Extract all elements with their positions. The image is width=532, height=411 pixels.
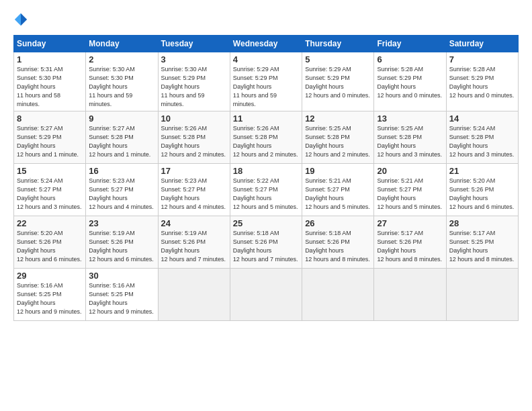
day-detail: Sunrise: 5:16 AMSunset: 5:25 PMDaylight … bbox=[89, 282, 154, 315]
calendar-cell: 5 Sunrise: 5:29 AMSunset: 5:29 PMDayligh… bbox=[302, 52, 374, 111]
day-detail: Sunrise: 5:20 AMSunset: 5:26 PMDaylight … bbox=[449, 177, 515, 210]
day-number: 15 bbox=[17, 166, 83, 176]
calendar-cell: 1 Sunrise: 5:31 AMSunset: 5:30 PMDayligh… bbox=[14, 52, 86, 111]
day-detail: Sunrise: 5:30 AMSunset: 5:30 PMDaylight … bbox=[89, 66, 135, 107]
day-detail: Sunrise: 5:20 AMSunset: 5:26 PMDaylight … bbox=[17, 230, 82, 263]
day-detail: Sunrise: 5:21 AMSunset: 5:27 PMDaylight … bbox=[305, 177, 370, 210]
day-number: 26 bbox=[305, 218, 371, 228]
day-detail: Sunrise: 5:26 AMSunset: 5:28 PMDaylight … bbox=[233, 125, 298, 158]
calendar-cell: 26 Sunrise: 5:18 AMSunset: 5:26 PMDaylig… bbox=[302, 216, 374, 269]
calendar-cell: 30 Sunrise: 5:16 AMSunset: 5:25 PMDaylig… bbox=[86, 269, 158, 321]
calendar-cell bbox=[446, 269, 518, 321]
calendar-cell: 13 Sunrise: 5:25 AMSunset: 5:28 PMDaylig… bbox=[374, 111, 446, 164]
logo bbox=[13, 12, 31, 27]
column-header-thursday: Thursday bbox=[302, 36, 374, 52]
calendar-cell: 25 Sunrise: 5:18 AMSunset: 5:26 PMDaylig… bbox=[230, 216, 302, 269]
day-number: 10 bbox=[161, 113, 227, 124]
day-number: 23 bbox=[89, 218, 154, 228]
day-detail: Sunrise: 5:19 AMSunset: 5:26 PMDaylight … bbox=[89, 230, 154, 263]
day-number: 13 bbox=[377, 113, 443, 124]
day-detail: Sunrise: 5:27 AMSunset: 5:29 PMDaylight … bbox=[17, 125, 79, 158]
calendar-cell: 27 Sunrise: 5:17 AMSunset: 5:26 PMDaylig… bbox=[374, 216, 446, 269]
day-number: 11 bbox=[233, 113, 299, 124]
day-detail: Sunrise: 5:18 AMSunset: 5:26 PMDaylight … bbox=[305, 230, 370, 263]
calendar-table: SundayMondayTuesdayWednesdayThursdayFrid… bbox=[13, 35, 519, 321]
svg-marker-0 bbox=[21, 13, 27, 26]
calendar-cell: 24 Sunrise: 5:19 AMSunset: 5:26 PMDaylig… bbox=[158, 216, 230, 269]
calendar-week-3: 15 Sunrise: 5:24 AMSunset: 5:27 PMDaylig… bbox=[14, 164, 519, 216]
day-detail: Sunrise: 5:17 AMSunset: 5:25 PMDaylight … bbox=[449, 230, 515, 263]
day-number: 12 bbox=[305, 113, 371, 124]
calendar-cell: 12 Sunrise: 5:25 AMSunset: 5:28 PMDaylig… bbox=[302, 111, 374, 164]
day-detail: Sunrise: 5:18 AMSunset: 5:26 PMDaylight … bbox=[233, 230, 298, 263]
calendar-week-5: 29 Sunrise: 5:16 AMSunset: 5:25 PMDaylig… bbox=[14, 269, 519, 321]
column-header-sunday: Sunday bbox=[14, 36, 86, 52]
day-number: 16 bbox=[89, 166, 154, 176]
day-number: 24 bbox=[161, 218, 227, 228]
logo-icon bbox=[13, 12, 28, 27]
day-detail: Sunrise: 5:24 AMSunset: 5:27 PMDaylight … bbox=[17, 177, 82, 210]
calendar-cell: 21 Sunrise: 5:20 AMSunset: 5:26 PMDaylig… bbox=[446, 164, 518, 216]
calendar-cell: 4 Sunrise: 5:29 AMSunset: 5:29 PMDayligh… bbox=[230, 52, 302, 111]
column-header-tuesday: Tuesday bbox=[158, 36, 230, 52]
calendar-week-2: 8 Sunrise: 5:27 AMSunset: 5:29 PMDayligh… bbox=[14, 111, 519, 164]
day-detail: Sunrise: 5:29 AMSunset: 5:29 PMDaylight … bbox=[233, 66, 279, 107]
calendar-cell: 3 Sunrise: 5:30 AMSunset: 5:29 PMDayligh… bbox=[158, 52, 230, 111]
day-number: 28 bbox=[449, 218, 515, 228]
day-number: 3 bbox=[161, 54, 227, 64]
day-number: 29 bbox=[17, 271, 83, 281]
calendar-cell bbox=[158, 269, 230, 321]
day-detail: Sunrise: 5:25 AMSunset: 5:28 PMDaylight … bbox=[377, 125, 442, 158]
day-number: 1 bbox=[17, 54, 83, 64]
calendar-cell bbox=[302, 269, 374, 321]
day-number: 21 bbox=[449, 166, 515, 176]
day-detail: Sunrise: 5:30 AMSunset: 5:29 PMDaylight … bbox=[161, 66, 208, 107]
day-number: 6 bbox=[377, 54, 443, 64]
day-number: 17 bbox=[161, 166, 227, 176]
calendar-cell: 20 Sunrise: 5:21 AMSunset: 5:27 PMDaylig… bbox=[374, 164, 446, 216]
day-detail: Sunrise: 5:27 AMSunset: 5:28 PMDaylight … bbox=[89, 125, 150, 158]
day-number: 27 bbox=[377, 218, 443, 228]
calendar-cell: 11 Sunrise: 5:26 AMSunset: 5:28 PMDaylig… bbox=[230, 111, 302, 164]
header bbox=[13, 12, 519, 27]
svg-marker-1 bbox=[15, 13, 21, 26]
column-header-wednesday: Wednesday bbox=[230, 36, 302, 52]
page-container: SundayMondayTuesdayWednesdayThursdayFrid… bbox=[0, 0, 532, 328]
calendar-cell: 7 Sunrise: 5:28 AMSunset: 5:29 PMDayligh… bbox=[446, 52, 518, 111]
calendar-cell bbox=[230, 269, 302, 321]
calendar-week-1: 1 Sunrise: 5:31 AMSunset: 5:30 PMDayligh… bbox=[14, 52, 519, 111]
calendar-cell: 18 Sunrise: 5:22 AMSunset: 5:27 PMDaylig… bbox=[230, 164, 302, 216]
calendar-cell: 23 Sunrise: 5:19 AMSunset: 5:26 PMDaylig… bbox=[86, 216, 158, 269]
day-number: 20 bbox=[377, 166, 443, 176]
day-detail: Sunrise: 5:21 AMSunset: 5:27 PMDaylight … bbox=[377, 177, 442, 210]
day-detail: Sunrise: 5:25 AMSunset: 5:28 PMDaylight … bbox=[305, 125, 370, 158]
calendar-header-row: SundayMondayTuesdayWednesdayThursdayFrid… bbox=[14, 36, 519, 52]
calendar-cell: 9 Sunrise: 5:27 AMSunset: 5:28 PMDayligh… bbox=[86, 111, 158, 164]
calendar-cell: 2 Sunrise: 5:30 AMSunset: 5:30 PMDayligh… bbox=[86, 52, 158, 111]
calendar-cell: 29 Sunrise: 5:16 AMSunset: 5:25 PMDaylig… bbox=[14, 269, 86, 321]
calendar-cell: 19 Sunrise: 5:21 AMSunset: 5:27 PMDaylig… bbox=[302, 164, 374, 216]
calendar-cell: 14 Sunrise: 5:24 AMSunset: 5:28 PMDaylig… bbox=[446, 111, 518, 164]
column-header-saturday: Saturday bbox=[446, 36, 518, 52]
day-number: 7 bbox=[449, 54, 515, 64]
day-number: 18 bbox=[233, 166, 299, 176]
calendar-week-4: 22 Sunrise: 5:20 AMSunset: 5:26 PMDaylig… bbox=[14, 216, 519, 269]
calendar-cell: 22 Sunrise: 5:20 AMSunset: 5:26 PMDaylig… bbox=[14, 216, 86, 269]
calendar-cell bbox=[374, 269, 446, 321]
calendar-cell: 10 Sunrise: 5:26 AMSunset: 5:28 PMDaylig… bbox=[158, 111, 230, 164]
day-number: 30 bbox=[89, 271, 154, 281]
calendar-cell: 6 Sunrise: 5:28 AMSunset: 5:29 PMDayligh… bbox=[374, 52, 446, 111]
day-detail: Sunrise: 5:23 AMSunset: 5:27 PMDaylight … bbox=[89, 177, 154, 210]
day-number: 14 bbox=[449, 113, 515, 124]
day-number: 4 bbox=[233, 54, 299, 64]
column-header-monday: Monday bbox=[86, 36, 158, 52]
day-number: 9 bbox=[89, 113, 154, 124]
calendar-cell: 28 Sunrise: 5:17 AMSunset: 5:25 PMDaylig… bbox=[446, 216, 518, 269]
day-detail: Sunrise: 5:26 AMSunset: 5:28 PMDaylight … bbox=[161, 125, 226, 158]
day-number: 8 bbox=[17, 113, 83, 124]
day-detail: Sunrise: 5:28 AMSunset: 5:29 PMDaylight … bbox=[377, 66, 442, 99]
day-detail: Sunrise: 5:24 AMSunset: 5:28 PMDaylight … bbox=[449, 125, 515, 158]
day-number: 22 bbox=[17, 218, 83, 228]
day-detail: Sunrise: 5:23 AMSunset: 5:27 PMDaylight … bbox=[161, 177, 226, 210]
day-detail: Sunrise: 5:31 AMSunset: 5:30 PMDaylight … bbox=[17, 66, 63, 107]
